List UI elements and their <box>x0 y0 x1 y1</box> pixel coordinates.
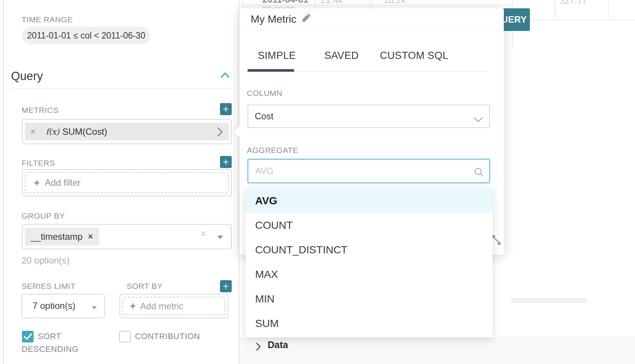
add-filter-plus-button[interactable]: + <box>220 156 232 168</box>
group-by-label: GROUP BY <box>22 211 65 221</box>
table-cell-value: 18.2k <box>384 0 406 5</box>
table-grid-line <box>609 0 609 19</box>
time-range-label: TIME RANGE <box>22 15 73 24</box>
table-grid-line <box>242 0 243 8</box>
plus-icon: + <box>34 177 40 188</box>
table-grid-line <box>555 0 556 19</box>
data-south-pane <box>239 338 635 364</box>
option-min[interactable]: MIN <box>246 287 493 311</box>
edit-metric-chevron-icon[interactable] <box>211 127 229 137</box>
pane-splitter-handle[interactable] <box>511 299 587 302</box>
tab-simple[interactable]: SIMPLE <box>258 50 296 62</box>
select-caret-icon[interactable] <box>91 304 97 311</box>
function-icon: f(x) <box>46 127 59 136</box>
filters-control: + Add filter <box>22 169 232 196</box>
option-avg[interactable]: AVG <box>246 188 493 213</box>
data-section-chevron-icon[interactable] <box>255 342 261 353</box>
sort-by-label: SORT BY <box>127 282 163 291</box>
query-collapse-chevron-icon[interactable] <box>221 72 229 80</box>
column-select[interactable]: Cost <box>248 105 490 128</box>
metric-pill[interactable]: ✕ f(x) SUM(Cost) <box>25 123 229 140</box>
sort-by-control: + Add metric <box>119 294 228 318</box>
aggregate-label: AGGREGATE <box>247 146 298 155</box>
add-filter-button[interactable]: + Add filter <box>25 172 229 193</box>
group-by-options-hint: 20 option(s) <box>22 255 70 266</box>
table-row-line <box>513 19 635 20</box>
option-max[interactable]: MAX <box>246 262 493 287</box>
group-by-select[interactable]: __timestamp ✕ × <box>22 224 232 249</box>
section-divider <box>11 88 232 89</box>
select-caret-icon[interactable] <box>217 234 223 241</box>
pill-divider <box>41 123 41 140</box>
left-panel-border <box>3 0 4 364</box>
table-grid-line <box>371 0 372 8</box>
group-by-tag-label: __timestamp <box>31 231 82 242</box>
metrics-control: ✕ f(x) SUM(Cost) <box>22 119 232 144</box>
contribution-checkbox[interactable] <box>119 331 131 342</box>
add-sort-metric-plus-button[interactable]: + <box>220 280 232 292</box>
contribution-label: CONTRIBUTION <box>135 332 200 341</box>
series-limit-label: SERIES LIMIT <box>22 282 76 291</box>
remove-tag-icon[interactable]: ✕ <box>87 232 93 241</box>
tab-custom-sql[interactable]: CUSTOM SQL <box>380 50 448 62</box>
plus-icon: + <box>130 301 136 312</box>
time-range-filter-pill[interactable]: 2011-01-01 ≤ col < 2011-06-30 <box>22 27 150 44</box>
option-sum[interactable]: SUM <box>246 311 493 336</box>
metric-name: SUM(Cost) <box>62 126 107 137</box>
add-metric-label: Add metric <box>140 301 184 312</box>
popover-header: My Metric <box>251 13 311 25</box>
superset-explore-screen: { "left_panel": { "time_range": { "label… <box>0 0 635 364</box>
add-sort-metric-button[interactable]: + Add metric <box>122 297 225 315</box>
data-section-title[interactable]: Data <box>268 339 288 350</box>
sort-descending-label-line1: SORT <box>38 332 61 341</box>
remove-metric-icon[interactable]: ✕ <box>25 127 41 136</box>
popover-header-divider <box>239 30 504 30</box>
tab-saved[interactable]: SAVED <box>324 50 359 62</box>
aggregate-search-input[interactable] <box>248 159 490 183</box>
table-cell-value: 327.77 <box>559 0 587 6</box>
check-icon <box>24 333 32 340</box>
column-label: COLUMN <box>247 89 282 98</box>
group-by-tag[interactable]: __timestamp ✕ <box>25 228 99 245</box>
sort-descending-label-line2: DESCENDING <box>22 344 79 354</box>
popover-resize-handle-icon[interactable] <box>491 234 502 247</box>
sort-descending-checkbox[interactable] <box>22 331 34 342</box>
column-value: Cost <box>255 111 273 122</box>
aggregate-options-dropdown: AVG COUNT COUNT_DISTINCT MAX MIN SUM <box>246 188 493 338</box>
time-range-value: 2011-01-01 ≤ col < 2011-06-30 <box>27 31 146 41</box>
filters-label: FILTERS <box>22 159 55 168</box>
series-limit-select[interactable]: 7 option(s) <box>22 294 105 318</box>
query-section-title: Query <box>11 69 43 83</box>
chevron-down-icon <box>474 114 483 125</box>
metrics-label: METRICS <box>22 106 59 115</box>
table-grid-line <box>315 0 316 8</box>
metric-title: My Metric <box>251 13 296 25</box>
series-limit-value: 7 option(s) <box>33 301 75 311</box>
popover-arrow <box>234 125 245 137</box>
option-count[interactable]: COUNT <box>246 213 493 238</box>
option-count-distinct[interactable]: COUNT_DISTINCT <box>246 238 493 262</box>
active-tab-inkbar <box>248 69 294 72</box>
table-cell-value: 21.4k <box>321 0 343 5</box>
clear-select-icon[interactable]: × <box>200 228 206 240</box>
add-metric-button[interactable]: + <box>220 103 232 115</box>
edit-title-pencil-icon[interactable] <box>301 14 311 25</box>
add-filter-label: Add filter <box>45 177 81 188</box>
